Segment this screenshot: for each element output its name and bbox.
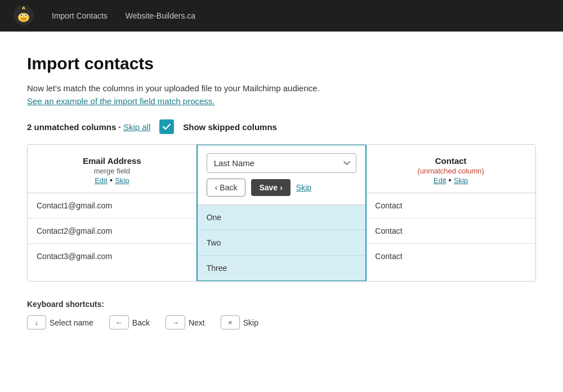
right-edit-link[interactable]: Edit (434, 176, 446, 185)
skip-label: Skip (243, 318, 258, 327)
middle-row-3: Three (198, 256, 366, 280)
right-row-1: Contact (366, 193, 535, 219)
nav-bar: Import Contacts Website-Builders.ca (0, 0, 563, 32)
left-edit-link[interactable]: Edit (95, 176, 107, 185)
show-skipped-label: Show skipped columns (183, 122, 277, 132)
x-key: × (221, 315, 240, 329)
right-arrow-key: → (166, 315, 185, 329)
shortcut-skip: × Skip (221, 315, 258, 329)
left-row-2: Contact2@gmail.com (28, 219, 196, 244)
skip-button[interactable]: Skip (296, 183, 311, 192)
save-arrow-icon: › (280, 183, 283, 192)
column-grid: Email Address merge field Edit • Skip Co… (27, 144, 536, 282)
left-data-rows: Contact1@gmail.com Contact2@gmail.com Co… (28, 193, 196, 269)
left-skip-link[interactable]: Skip (115, 176, 129, 185)
nav-import-contacts[interactable]: Import Contacts (52, 11, 108, 20)
left-column-header: Email Address merge field Edit • Skip (28, 145, 196, 193)
main-content: Import contacts Now let's match the colu… (0, 32, 563, 352)
back-button[interactable]: ‹ Back (207, 179, 246, 197)
shortcut-next: → Next (166, 315, 205, 329)
field-match-dropdown[interactable]: Last Name First Name Email Address Phone… (207, 153, 357, 173)
right-row-2: Contact (366, 219, 535, 244)
keyboard-shortcuts-section: Keyboard shortcuts: ↓ Select name ← Back… (27, 300, 536, 329)
action-buttons: ‹ Back Save › Skip (207, 179, 357, 197)
show-skipped-checkbox[interactable] (159, 119, 174, 134)
left-row-3: Contact3@gmail.com (28, 244, 196, 269)
next-label: Next (189, 318, 205, 327)
right-unmatched-label: (unmatched column) (375, 167, 526, 175)
shortcut-select-name: ↓ Select name (27, 315, 93, 329)
left-column: Email Address merge field Edit • Skip Co… (28, 145, 197, 281)
unmatched-count: 2 unmatched columns · Skip all (27, 122, 150, 132)
shortcuts-title: Keyboard shortcuts: (27, 300, 536, 309)
select-name-label: Select name (50, 318, 93, 327)
svg-point-5 (25, 14, 26, 15)
back-label: Back (132, 318, 150, 327)
right-row-3: Contact (366, 244, 535, 269)
right-column-header: Contact (unmatched column) Edit • Skip (366, 145, 535, 193)
shortcuts-row: ↓ Select name ← Back → Next × Skip (27, 315, 536, 329)
left-column-title: Email Address (37, 156, 187, 166)
down-arrow-key: ↓ (27, 315, 46, 329)
right-skip-link[interactable]: Skip (454, 176, 468, 185)
middle-column-header: Last Name First Name Email Address Phone… (198, 145, 366, 205)
middle-data-rows: One Two Three (198, 205, 366, 280)
nav-website-link[interactable]: Website-Builders.ca (126, 11, 195, 20)
svg-point-4 (21, 14, 22, 15)
left-arrow-key: ← (109, 315, 129, 329)
left-column-sub: merge field (37, 167, 187, 175)
skip-all-link[interactable]: Skip all (123, 122, 150, 132)
right-column-title: Contact (375, 156, 526, 166)
left-row-1: Contact1@gmail.com (28, 193, 196, 219)
shortcut-back: ← Back (109, 315, 150, 329)
svg-point-6 (21, 17, 26, 21)
right-column: Contact (unmatched column) Edit • Skip C… (366, 145, 535, 281)
description-text: Now let's match the columns in your uplo… (27, 83, 536, 93)
unmatched-row: 2 unmatched columns · Skip all Show skip… (27, 119, 536, 134)
page-title: Import contacts (27, 54, 536, 73)
svg-point-7 (22, 18, 24, 19)
middle-row-2: Two (198, 230, 366, 256)
back-arrow-icon: ‹ (215, 183, 218, 192)
right-data-rows: Contact Contact Contact (366, 193, 535, 269)
save-button[interactable]: Save › (251, 179, 290, 196)
mailchimp-logo (14, 5, 34, 27)
middle-row-1: One (198, 205, 366, 230)
svg-point-8 (24, 18, 26, 19)
middle-column: Last Name First Name Email Address Phone… (196, 144, 367, 282)
example-link[interactable]: See an example of the import field match… (27, 96, 215, 106)
